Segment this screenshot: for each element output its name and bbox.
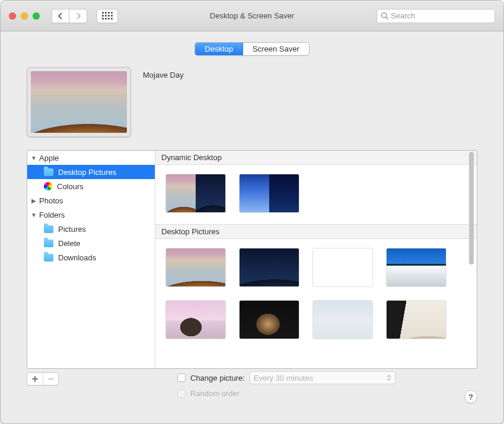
svg-line-1 [386,17,388,19]
search-field-wrap[interactable] [377,9,495,23]
sidebar-item-label: Pictures [58,225,86,234]
minimize-window-button[interactable] [21,12,28,20]
wallpaper-image [240,174,299,212]
sidebar-group-label: Folders [39,211,65,219]
random-order-label: Random order [190,389,240,398]
sidebar-group-label: Apple [39,154,59,162]
random-order-row: Random order [177,389,395,398]
wallpaper-thumb[interactable] [313,301,372,339]
interval-value: Every 30 minutes [254,374,313,382]
folder-icon [44,254,53,262]
content-area: Mojave Day ▼ Apple Desktop Pictures Colo… [12,61,492,412]
wallpaper-image [313,248,372,286]
nav-group [52,9,87,23]
wallpaper-thumb[interactable] [387,248,446,286]
close-window-button[interactable] [9,12,16,20]
wallpaper-image [166,174,225,212]
sidebar-item-delete[interactable]: Delete [27,236,155,250]
tab-bar: Desktop Screen Saver [1,31,503,62]
change-picture-checkbox[interactable] [177,374,186,382]
disclosure-triangle-icon: ▼ [31,212,37,218]
tab-segmented-control: Desktop Screen Saver [194,42,309,56]
wallpaper-scroll-area[interactable]: Dynamic Desktop [155,151,477,368]
sidebar-item-pictures[interactable]: Pictures [27,222,155,236]
picture-options: Change picture: Every 30 minutes Random … [177,371,395,398]
window-controls [9,12,40,20]
sidebar-group-photos[interactable]: ▶ Photos [27,193,155,208]
wallpaper-image [240,248,299,286]
help-icon: ? [468,393,473,401]
scrollbar[interactable] [467,152,476,367]
sidebar-item-downloads[interactable]: Downloads [27,250,155,264]
plus-icon [31,375,39,382]
random-order-checkbox [177,390,186,398]
wallpaper-image [31,71,127,133]
sidebar-item-label: Downloads [58,253,96,262]
change-picture-label: Change picture: [190,374,245,382]
wallpaper-thumb[interactable] [387,301,446,339]
wallpaper-image [387,301,446,339]
source-split-view: ▼ Apple Desktop Pictures Colours ▶ Photo… [27,150,477,369]
folder-icon [44,168,53,176]
interval-popup[interactable]: Every 30 minutes [250,371,395,384]
show-all-button[interactable] [97,9,118,23]
sidebar-item-desktop-pictures[interactable]: Desktop Pictures [27,165,155,179]
wallpaper-image [387,248,446,286]
grid-icon [102,12,113,20]
sidebar-group-label: Photos [39,196,63,205]
wallpaper-image [166,301,225,339]
add-remove-group [27,372,59,385]
section-header-dynamic: Dynamic Desktop [155,151,477,165]
wallpaper-image [313,301,372,339]
sidebar-item-label: Desktop Pictures [58,168,116,177]
titlebar: Desktop & Screen Saver [1,1,503,31]
bottom-controls: Change picture: Every 30 minutes Random … [27,371,477,403]
wallpaper-thumb[interactable] [313,248,372,286]
wallpaper-image [166,248,225,286]
scrollbar-thumb[interactable] [469,152,474,264]
wallpaper-grid-pane: Dynamic Desktop [155,151,477,368]
wallpaper-thumb-solar-dynamic[interactable] [240,174,299,212]
sidebar-group-apple[interactable]: ▼ Apple [27,151,155,165]
wallpaper-thumb[interactable] [240,301,299,339]
wallpaper-thumb[interactable] [166,248,225,286]
chevron-right-icon [75,12,81,20]
change-picture-row: Change picture: Every 30 minutes [177,371,395,384]
folder-icon [44,225,53,233]
search-icon [381,12,388,20]
minus-icon [47,375,55,382]
wallpaper-thumb[interactable] [166,301,225,339]
stepper-arrows-icon [384,372,394,383]
forward-button[interactable] [69,9,87,23]
wallpaper-thumb[interactable] [240,248,299,286]
disclosure-triangle-icon: ▼ [31,155,37,161]
wallpaper-thumb-mojave-dynamic[interactable] [166,174,225,212]
section-header-pictures: Desktop Pictures [155,224,477,239]
svg-point-0 [382,13,387,18]
chevron-left-icon [58,12,63,20]
sidebar-item-colours[interactable]: Colours [27,179,155,193]
wallpaper-image [240,301,299,339]
sidebar-item-label: Colours [57,182,84,191]
back-button[interactable] [52,9,69,23]
tab-desktop[interactable]: Desktop [195,43,243,55]
preferences-window: Desktop & Screen Saver Desktop Screen Sa… [0,0,504,424]
folder-icon [44,240,53,247]
current-wallpaper-name: Mojave Day [143,71,184,79]
sidebar-group-folders[interactable]: ▼ Folders [27,208,155,222]
dynamic-desktop-row [155,165,477,224]
desktop-pictures-row [155,239,477,350]
help-button[interactable]: ? [464,390,477,403]
sidebar-item-label: Delete [58,239,81,248]
disclosure-triangle-icon: ▶ [31,197,37,204]
tab-screen-saver[interactable]: Screen Saver [243,43,309,55]
current-wallpaper-row: Mojave Day [12,61,492,149]
color-wheel-icon [44,182,52,190]
search-input[interactable] [391,11,491,20]
current-wallpaper-preview [27,67,131,137]
zoom-window-button[interactable] [33,12,40,20]
add-folder-button[interactable] [27,373,43,385]
source-sidebar: ▼ Apple Desktop Pictures Colours ▶ Photo… [27,151,155,368]
remove-folder-button[interactable] [43,373,58,385]
